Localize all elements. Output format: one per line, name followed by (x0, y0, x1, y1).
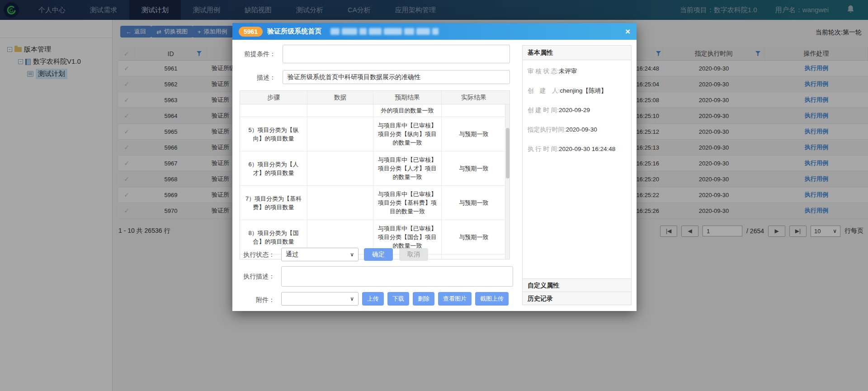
property-value: 2020-09-29 (559, 106, 590, 114)
scrollbar-thumb[interactable] (506, 128, 509, 179)
redacted-blocks (330, 28, 439, 35)
property-label: 审 核 状 态: (528, 67, 559, 75)
property-row: 创 建 人:chenjing【陈靖】 (528, 87, 626, 94)
step-data-cell (307, 117, 373, 151)
chevron-down-icon: ∨ (350, 296, 354, 302)
basic-properties-header[interactable]: 基本属性 (523, 46, 631, 60)
description-label: 描述： (237, 74, 276, 82)
steps-body: 外的项目的数量一致5）项目分类为【纵向】的项目数量与项目库中【已审核】项目分类【… (240, 104, 509, 259)
precondition-input[interactable] (283, 45, 510, 63)
history-section[interactable]: 历史记录 (523, 292, 631, 305)
steps-header: 步骤 数据 预期结果 实际结果 (240, 91, 509, 104)
property-row: 指定执行时间:2020-09-30 (528, 126, 626, 133)
step-cell: 7）项目分类为【基科费】的项目数量 (240, 186, 307, 220)
step-data-cell (307, 151, 373, 185)
chevron-down-icon: ∨ (350, 251, 354, 258)
dialog-header: 5961 验证所级系统首页 × (232, 23, 637, 40)
step-actual-cell (442, 104, 506, 117)
property-value: 2020-09-30 16:24:48 (559, 145, 615, 153)
steps-table: 步骤 数据 预期结果 实际结果 外的项目的数量一致5）项目分类为【纵向】的项目数… (240, 90, 510, 259)
attachment-action-button[interactable]: 下载 (387, 292, 409, 306)
attachment-action-button[interactable]: 查看图片 (438, 292, 472, 306)
step-actual-cell: 与预期一致 (442, 186, 506, 220)
precondition-label: 前提条件： (237, 50, 276, 58)
properties-panel: 基本属性 审 核 状 态:未评审创 建 人:chenjing【陈靖】创 建 时 … (522, 45, 632, 305)
attachment-action-button[interactable]: 截图上传 (475, 292, 509, 306)
description-input[interactable] (283, 70, 510, 84)
step-row: 7）项目分类为【基科费】的项目数量与项目库中【已审核】项目分类【基科费】项目的数… (240, 186, 509, 220)
property-label: 指定执行时间: (528, 126, 566, 133)
steps-scrollbar[interactable] (505, 104, 509, 259)
step-data-cell (307, 104, 373, 117)
step-actual-cell: 与预期一致 (442, 117, 506, 151)
confirm-button[interactable]: 确定 (364, 248, 393, 261)
property-value: 2020-09-30 (566, 126, 597, 133)
property-value: chenjing【陈靖】 (560, 87, 607, 94)
step-cell (240, 104, 307, 117)
dialog-title: 验证所级系统首页 (267, 27, 321, 36)
exec-status-select[interactable]: 通过 ∨ (281, 248, 359, 261)
attachment-select[interactable]: ∨ (281, 292, 359, 306)
property-label: 执 行 时 间: (528, 145, 559, 153)
step-row: 外的项目的数量一致 (240, 104, 509, 117)
attachment-buttons: 上传下载删除查看图片截图上传 (362, 292, 509, 306)
step-expected-cell: 外的项目的数量一致 (373, 104, 442, 117)
exec-status-label: 执行状态： (236, 251, 275, 259)
step-row: 6）项目分类为【人才】的项目数量与项目库中【已审核】项目分类【人才】项目的数量一… (240, 151, 509, 186)
attachment-label: 附件： (236, 296, 275, 304)
exec-description-label: 执行描述： (236, 273, 275, 281)
exec-description-input[interactable] (281, 266, 513, 287)
property-label: 创 建 人: (528, 87, 560, 94)
step-cell: 6）项目分类为【人才】的项目数量 (240, 151, 307, 185)
test-case-dialog: 5961 验证所级系统首页 × 前提条件： 描述： 步骤 数据 预期结果 实际结… (232, 23, 637, 311)
step-actual-cell (442, 254, 506, 259)
step-row: 5）项目分类为【纵向】的项目数量与项目库中【已审核】项目分类【纵向】项目的数量一… (240, 117, 509, 151)
property-row: 创 建 时 间:2020-09-29 (528, 106, 626, 114)
cancel-button[interactable]: 取消 (399, 248, 428, 261)
screen: 个人中心测试需求测试计划测试用例缺陷视图测试分析CA分析应用架构管理 当前项目：… (0, 0, 868, 391)
step-expected-cell: 与项目库中【已审核】项目分类【人才】项目的数量一致 (373, 151, 442, 185)
property-row: 审 核 状 态:未评审 (528, 67, 626, 75)
step-expected-cell: 与项目库中【已审核】项目分类【基科费】项目的数量一致 (373, 186, 442, 220)
property-row: 执 行 时 间:2020-09-30 16:24:48 (528, 145, 626, 153)
step-cell: 5）项目分类为【纵向】的项目数量 (240, 117, 307, 151)
step-data-cell (307, 186, 373, 220)
property-label: 创 建 时 间: (528, 106, 559, 114)
custom-properties-section[interactable]: 自定义属性 (523, 278, 631, 292)
attachment-action-button[interactable]: 上传 (362, 292, 384, 306)
property-value: 未评审 (559, 67, 577, 75)
step-actual-cell: 与预期一致 (442, 151, 506, 185)
properties-body: 审 核 状 态:未评审创 建 人:chenjing【陈靖】创 建 时 间:202… (523, 60, 631, 278)
step-actual-cell: 与预期一致 (442, 220, 506, 254)
step-expected-cell: 与项目库中【已审核】项目分类【纵向】项目的数量一致 (373, 117, 442, 151)
case-id-badge: 5961 (239, 27, 263, 37)
close-icon[interactable]: × (625, 27, 630, 36)
attachment-action-button[interactable]: 删除 (413, 292, 434, 306)
